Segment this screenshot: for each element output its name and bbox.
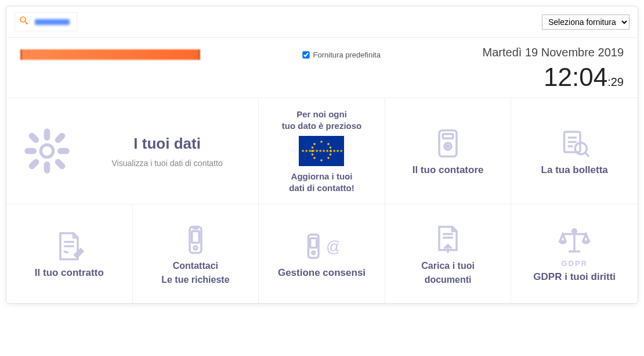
- card-upload-title1: Carica i tuoi: [421, 261, 475, 271]
- gear-icon: [24, 128, 70, 174]
- svg-point-17: [312, 153, 314, 156]
- svg-point-33: [194, 246, 197, 250]
- svg-rect-36: [310, 238, 317, 247]
- svg-point-4: [321, 141, 323, 143]
- svg-point-11: [328, 157, 330, 159]
- card-gdpr-title: GDPR i tuoi diritti: [533, 271, 616, 283]
- bill-icon: [557, 126, 592, 161]
- header-row: Fornitura predefinita Martedì 19 Novembr…: [6, 38, 638, 98]
- card-consent[interactable]: @ Gestione consensi: [259, 204, 385, 303]
- default-supply-label: Fornitura predefinita: [313, 51, 381, 59]
- svg-point-10: [314, 157, 316, 159]
- supply-select[interactable]: Seleziona fornitura: [542, 15, 629, 30]
- topbar: Seleziona fornitura: [6, 6, 638, 38]
- svg-rect-20: [443, 134, 453, 139]
- svg-point-15: [312, 146, 314, 149]
- time-main: 12:04: [544, 63, 607, 91]
- cards-row-1: I tuoi dati Visualizza i tuoi dati di co…: [6, 98, 638, 204]
- svg-point-43: [573, 229, 577, 233]
- card-bill[interactable]: La tua bolletta: [511, 98, 638, 204]
- default-supply-input[interactable]: [302, 51, 309, 58]
- default-supply-checkbox[interactable]: Fornitura predefinita: [302, 51, 381, 59]
- card-upload[interactable]: Carica i tuoi documenti: [385, 204, 512, 303]
- card-user-data-subtitle: Visualizza i tuoi dati di contatto: [83, 159, 251, 168]
- contract-icon: [52, 229, 86, 264]
- datetime-block: Martedì 19 Novembre 2019 12:04:29: [483, 46, 624, 92]
- meter-icon: [430, 126, 465, 161]
- eu-flag-icon: [299, 136, 344, 166]
- eu-top-line1: Per noi ogni: [296, 109, 347, 120]
- svg-point-5: [321, 159, 323, 161]
- svg-text:@: @: [326, 238, 339, 256]
- svg-point-18: [330, 153, 332, 156]
- svg-point-3: [41, 145, 53, 157]
- eu-bot-line2: dati di contatto!: [289, 182, 354, 194]
- svg-point-6: [312, 150, 314, 152]
- card-contact-title1: Contattaci: [173, 261, 218, 271]
- card-upload-title2: documenti: [425, 275, 472, 285]
- svg-point-9: [328, 143, 330, 145]
- dashboard-window: Seleziona fornitura Fornitura predefinit…: [6, 6, 638, 304]
- card-contract[interactable]: Il tuo contratto: [6, 204, 133, 303]
- svg-line-28: [585, 153, 589, 157]
- card-meter-title: Il tuo contatore: [413, 164, 484, 176]
- phone-icon: [178, 222, 213, 257]
- svg-rect-32: [192, 231, 200, 243]
- search-icon: [19, 15, 29, 28]
- consent-icon: @: [304, 229, 339, 264]
- svg-point-22: [447, 145, 449, 148]
- svg-point-37: [312, 251, 315, 254]
- card-gdpr[interactable]: GDPR GDPR i tuoi diritti: [511, 204, 638, 303]
- card-consent-title: Gestione consensi: [278, 267, 366, 279]
- eu-bot-line1: Aggiorna i tuoi: [291, 171, 353, 182]
- card-user-data-title: I tuoi dati: [83, 135, 251, 153]
- cards-row-2: Il tuo contratto Contattaci Le tue richi…: [6, 204, 638, 303]
- redacted-user-label: [35, 19, 70, 25]
- svg-point-0: [20, 17, 26, 22]
- svg-point-8: [314, 143, 316, 145]
- eu-top-line2: tuo dato è prezioso: [282, 120, 362, 132]
- scales-icon: [557, 225, 592, 260]
- card-contact-title2: Le tue richieste: [161, 275, 229, 285]
- topbar-user-box: [15, 12, 77, 31]
- card-user-data[interactable]: I tuoi dati Visualizza i tuoi dati di co…: [6, 98, 259, 204]
- svg-point-16: [330, 146, 332, 149]
- time-seconds: :29: [607, 75, 624, 88]
- svg-point-2: [26, 23, 28, 24]
- card-contact[interactable]: Contattaci Le tue richieste: [133, 204, 259, 303]
- card-contract-title: Il tuo contratto: [35, 267, 104, 279]
- current-time: 12:04:29: [483, 63, 624, 92]
- card-bill-title: La tua bolletta: [541, 164, 608, 176]
- svg-point-7: [330, 150, 332, 152]
- redacted-supply-name: [20, 49, 200, 60]
- gdpr-icon-label: GDPR: [561, 259, 588, 268]
- current-date: Martedì 19 Novembre 2019: [483, 46, 624, 59]
- card-meter[interactable]: Il tuo contatore: [385, 98, 512, 204]
- upload-icon: [430, 222, 465, 257]
- card-eu-privacy[interactable]: Per noi ogni tuo dato è prezioso: [259, 98, 385, 204]
- svg-rect-34: [193, 227, 198, 229]
